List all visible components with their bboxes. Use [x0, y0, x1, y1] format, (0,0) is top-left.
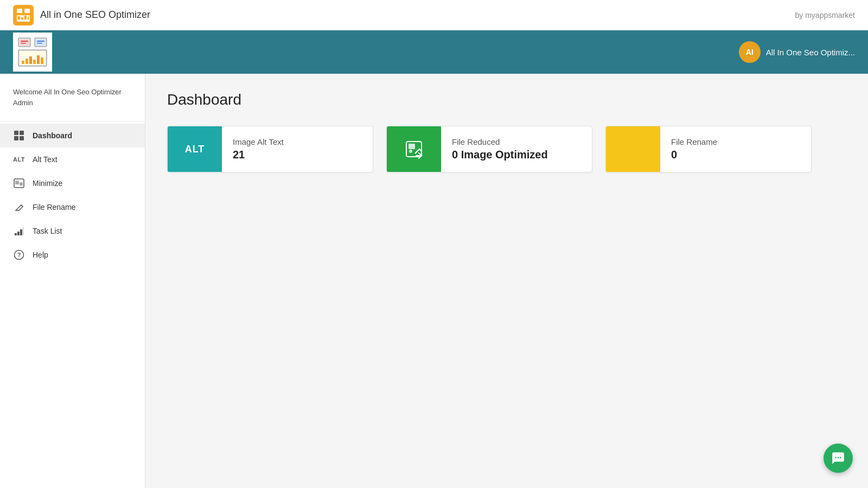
layout: Welcome All In One Seo Optimizer Admin D…: [0, 74, 868, 488]
svg-rect-23: [14, 131, 18, 135]
sidebar-label-dashboard: Dashboard: [33, 131, 72, 140]
svg-rect-33: [20, 229, 22, 235]
page-title: Dashboard: [167, 91, 846, 108]
svg-rect-8: [20, 39, 29, 46]
card-value-file-reduced: 0 Image Optimized: [452, 149, 548, 161]
svg-rect-28: [15, 181, 19, 184]
card-image-alt-text[interactable]: ALT Image Alt Text 21: [167, 126, 373, 172]
teal-bar-user: AI All In One Seo Optimiz...: [739, 41, 855, 63]
svg-rect-20: [33, 60, 36, 64]
sidebar: Welcome All In One Seo Optimizer Admin D…: [0, 74, 145, 488]
sidebar-welcome: Welcome All In One Seo Optimizer Admin: [0, 87, 145, 119]
sidebar-divider: [0, 121, 145, 121]
sidebar-label-alt-text: Alt Text: [33, 155, 58, 164]
svg-rect-38: [409, 144, 415, 149]
card-label-file-rename: File Rename: [671, 137, 717, 146]
svg-rect-24: [20, 131, 24, 135]
task-list-icon: [13, 225, 25, 237]
app-bar-left: All in One SEO Optimizer: [13, 5, 150, 25]
file-rename-icon: [13, 201, 25, 213]
teal-header-bar: AI All In One Seo Optimiz...: [0, 30, 868, 74]
svg-rect-31: [15, 233, 17, 235]
sidebar-item-file-rename[interactable]: File Rename: [0, 195, 145, 219]
main-content: Dashboard ALT Image Alt Text 21: [145, 74, 868, 488]
alt-text-icon: ALT: [13, 153, 25, 165]
user-avatar: AI: [739, 41, 761, 63]
svg-rect-5: [24, 16, 27, 20]
svg-point-40: [835, 457, 837, 459]
svg-rect-12: [36, 39, 46, 46]
sidebar-label-help: Help: [33, 251, 48, 259]
svg-rect-4: [21, 17, 23, 20]
svg-rect-10: [21, 43, 26, 44]
svg-rect-13: [37, 41, 44, 42]
card-content-file-reduced: File Reduced 0 Image Optimized: [441, 126, 559, 172]
card-content-file-rename: File Rename 0: [660, 126, 728, 172]
user-name: All In One Seo Optimiz...: [766, 48, 855, 57]
card-file-reduced[interactable]: File Reduced 0 Image Optimized: [386, 126, 592, 172]
minimize-icon: [13, 177, 25, 189]
svg-rect-29: [20, 183, 23, 184]
sidebar-item-dashboard[interactable]: Dashboard: [0, 124, 145, 147]
card-value-alt-text: 21: [233, 149, 284, 161]
svg-rect-14: [37, 43, 42, 44]
svg-rect-21: [37, 55, 40, 64]
cards-row: ALT Image Alt Text 21: [167, 126, 846, 172]
svg-rect-22: [41, 57, 43, 64]
card-file-rename[interactable]: File Rename 0: [605, 126, 812, 172]
svg-rect-6: [28, 17, 29, 20]
card-icon-alt-text: ALT: [168, 126, 222, 172]
svg-point-42: [840, 457, 841, 459]
app-icon: [13, 5, 34, 25]
sidebar-item-help[interactable]: ? Help: [0, 243, 145, 267]
app-title: All in One SEO Optimizer: [40, 9, 150, 21]
card-label-alt-text: Image Alt Text: [233, 137, 284, 146]
svg-rect-34: [23, 227, 24, 235]
chat-button[interactable]: [824, 444, 853, 473]
svg-rect-32: [17, 232, 20, 235]
sidebar-item-task-list[interactable]: Task List: [0, 219, 145, 243]
help-icon: ?: [13, 249, 25, 261]
card-content-alt-text: Image Alt Text 21: [222, 126, 295, 172]
sidebar-item-minimize[interactable]: Minimize: [0, 171, 145, 195]
card-icon-file-reduced: [387, 126, 441, 172]
sidebar-item-alt-text[interactable]: ALT Alt Text: [0, 147, 145, 171]
svg-rect-0: [17, 9, 22, 13]
app-bar: All in One SEO Optimizer by myappsmarket: [0, 0, 868, 30]
svg-point-39: [409, 150, 412, 153]
svg-rect-19: [29, 56, 32, 64]
svg-rect-25: [14, 136, 18, 140]
svg-rect-17: [22, 61, 24, 64]
svg-rect-26: [20, 136, 24, 140]
dashboard-icon: [13, 130, 25, 142]
card-value-file-rename: 0: [671, 149, 717, 161]
svg-text:?: ?: [17, 252, 21, 258]
app-logo: [13, 33, 52, 72]
svg-rect-18: [25, 59, 28, 64]
sidebar-label-minimize: Minimize: [33, 179, 62, 188]
svg-rect-3: [18, 16, 20, 20]
svg-rect-30: [20, 184, 23, 185]
sidebar-label-file-rename: File Rename: [33, 203, 75, 211]
app-bar-byline: by myappsmarket: [795, 11, 855, 20]
svg-point-41: [838, 457, 839, 459]
sidebar-label-task-list: Task List: [33, 227, 62, 235]
svg-rect-1: [24, 9, 30, 13]
card-icon-file-rename: [606, 126, 660, 172]
svg-rect-9: [21, 41, 28, 42]
card-label-file-reduced: File Reduced: [452, 137, 548, 146]
alt-text-card-icon-text: ALT: [185, 144, 205, 155]
